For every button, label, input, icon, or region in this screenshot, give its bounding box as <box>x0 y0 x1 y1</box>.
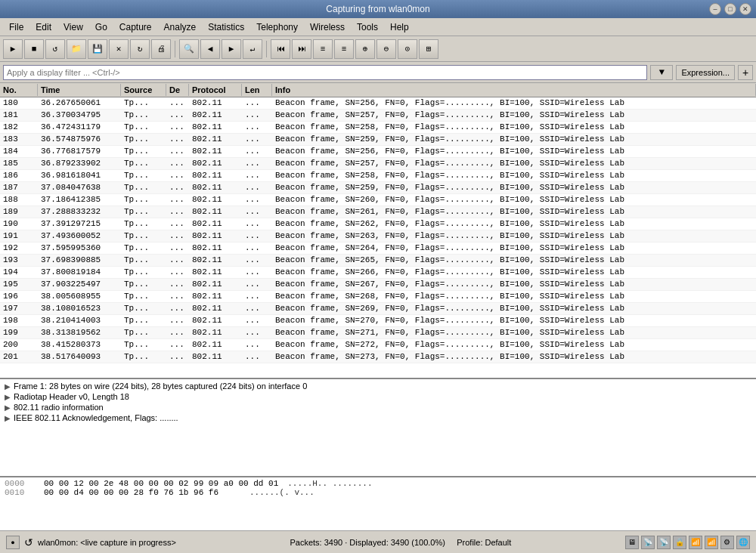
table-row[interactable]: 20138.517640093Tp......802.11...Beacon f… <box>0 351 756 363</box>
zoom-out-toolbar-btn[interactable]: ⊖ <box>376 39 396 59</box>
table-row[interactable]: 18336.574875976Tp......802.11...Beacon f… <box>0 134 756 146</box>
hex-panel: 000000 00 12 00 2e 48 00 00 00 02 99 09 … <box>0 477 756 530</box>
table-row[interactable]: 19337.698390885Tp......802.11...Beacon f… <box>0 255 756 267</box>
detail-item[interactable]: ▶IEEE 802.11 Acknowledgement, Flags: ...… <box>0 412 756 423</box>
table-row[interactable]: 18837.186412385Tp......802.11...Beacon f… <box>0 194 756 206</box>
menu-item-telephony[interactable]: Telephony <box>250 20 304 34</box>
filter-input[interactable] <box>3 65 647 80</box>
menu-item-help[interactable]: Help <box>384 20 415 34</box>
packet-cell-6: Beacon frame, SN=273, FN=0, Flags=......… <box>272 351 756 363</box>
packet-cell-3: ... <box>166 206 189 218</box>
last-toolbar-btn[interactable]: ⏭ <box>292 39 311 59</box>
packet-cell-4: 802.11 <box>189 110 242 121</box>
table-row[interactable]: 18937.288833232Tp......802.11...Beacon f… <box>0 206 756 218</box>
status-icon-1: 🖥 <box>625 536 639 549</box>
filter-dropdown[interactable]: ▼ <box>650 65 673 80</box>
packet-cell-4: 802.11 <box>189 122 242 133</box>
capture-status: wlan0mon: <live capture in progress> <box>38 538 176 547</box>
col-protocol: Protocol <box>189 84 242 96</box>
find-toolbar-btn[interactable]: 🔍 <box>179 39 199 59</box>
packet-cell-2: Tp... <box>121 134 166 145</box>
menu-item-capture[interactable]: Capture <box>113 20 158 34</box>
close-button[interactable]: ✕ <box>739 3 751 15</box>
packet-cell-1: 37.493600052 <box>38 230 121 242</box>
expression-button[interactable]: Expression... <box>676 65 735 80</box>
detail-item[interactable]: ▶802.11 radio information <box>0 402 756 412</box>
packet-cell-0: 191 <box>0 230 38 242</box>
table-row[interactable]: 18136.370034795Tp......802.11...Beacon f… <box>0 110 756 122</box>
window-controls: – □ ✕ <box>709 3 751 15</box>
open-toolbar-btn[interactable]: 📁 <box>67 39 86 59</box>
menu-item-analyze[interactable]: Analyze <box>158 20 203 34</box>
save-toolbar-btn[interactable]: 💾 <box>88 39 107 59</box>
menu-item-edit[interactable]: Edit <box>29 20 57 34</box>
expand-arrow-icon: ▶ <box>5 403 11 412</box>
goto-toolbar-btn[interactable]: ↵ <box>243 39 262 59</box>
packet-cell-1: 36.472431179 <box>38 122 121 133</box>
hex-bytes: 00 00 d4 00 00 00 28 f0 76 1b 96 f6 <box>44 488 240 497</box>
forward-toolbar-btn[interactable]: ▶ <box>222 39 241 59</box>
menu-item-statistics[interactable]: Statistics <box>202 20 250 34</box>
first-toolbar-btn[interactable]: ⏮ <box>271 39 290 59</box>
table-row[interactable]: 19137.493600052Tp......802.11...Beacon f… <box>0 230 756 243</box>
table-row[interactable]: 18436.776817579Tp......802.11...Beacon f… <box>0 146 756 158</box>
table-row[interactable]: 18636.981618041Tp......802.11...Beacon f… <box>0 170 756 182</box>
reload-toolbar-btn[interactable]: ↻ <box>130 39 150 59</box>
menu-item-file[interactable]: File <box>3 20 29 34</box>
detail-item[interactable]: ▶Frame 1: 28 bytes on wire (224 bits), 2… <box>0 381 756 391</box>
minimize-button[interactable]: – <box>709 3 721 15</box>
table-row[interactable]: 18536.879233902Tp......802.11...Beacon f… <box>0 158 756 170</box>
status-stats: Packets: 3490 · Displayed: 3490 (100.0%)… <box>290 538 511 547</box>
table-row[interactable]: 19437.800819184Tp......802.11...Beacon f… <box>0 267 756 279</box>
print-toolbar-btn[interactable]: 🖨 <box>151 39 171 59</box>
app-title: Capturing from wlan0mon <box>326 4 429 14</box>
menu-item-go[interactable]: Go <box>89 20 113 34</box>
colorize-toolbar-btn[interactable]: ≡ <box>313 39 333 59</box>
packet-cell-2: Tp... <box>121 146 166 157</box>
packet-cell-0: 196 <box>0 291 38 302</box>
packet-cell-4: 802.11 <box>189 206 242 218</box>
table-row[interactable]: 18236.472431179Tp......802.11...Beacon f… <box>0 122 756 134</box>
detail-item[interactable]: ▶Radiotap Header v0, Length 18 <box>0 391 756 402</box>
stop-toolbar-btn[interactable]: ■ <box>24 39 44 59</box>
autoscroll-toolbar-btn[interactable]: ≡ <box>334 39 354 59</box>
start-toolbar-btn[interactable]: ▶ <box>3 39 23 59</box>
table-row[interactable]: 19838.210414003Tp......802.11...Beacon f… <box>0 315 756 327</box>
packet-cell-3: ... <box>166 351 189 363</box>
close-cap-toolbar-btn[interactable]: ✕ <box>109 39 129 59</box>
table-row[interactable]: 19237.595995360Tp......802.11...Beacon f… <box>0 243 756 255</box>
status-icon-5: 📶 <box>689 536 702 549</box>
col-no: No. <box>0 84 38 96</box>
menu-item-wireless[interactable]: Wireless <box>304 20 351 34</box>
table-row[interactable]: 19638.005608955Tp......802.11...Beacon f… <box>0 291 756 303</box>
col-time: Time <box>38 84 121 96</box>
status-bar: ● ↺ wlan0mon: <live capture in progress>… <box>0 530 756 553</box>
table-row[interactable]: 19537.903225497Tp......802.11...Beacon f… <box>0 279 756 291</box>
table-row[interactable]: 19738.108016523Tp......802.11...Beacon f… <box>0 303 756 315</box>
maximize-button[interactable]: □ <box>724 3 736 15</box>
packet-cell-1: 37.391297215 <box>38 218 121 230</box>
packet-cell-4: 802.11 <box>189 194 242 205</box>
table-row[interactable]: 20038.415280373Tp......802.11...Beacon f… <box>0 339 756 351</box>
restart-toolbar-btn[interactable]: ↺ <box>45 39 65 59</box>
packet-cell-2: Tp... <box>121 315 166 326</box>
table-row[interactable]: 18036.267650061Tp......802.11...Beacon f… <box>0 97 756 110</box>
packet-rows[interactable]: 18036.267650061Tp......802.11...Beacon f… <box>0 97 756 378</box>
packet-cell-3: ... <box>166 230 189 242</box>
packet-cell-3: ... <box>166 194 189 205</box>
packet-cell-3: ... <box>166 267 189 278</box>
toolbar: ▶■↺📁💾✕↻🖨🔍◀▶↵⏮⏭≡≡⊕⊖⊙⊞ <box>0 36 756 62</box>
back-toolbar-btn[interactable]: ◀ <box>200 39 220 59</box>
add-filter-button[interactable]: + <box>738 65 753 80</box>
zoom-100-toolbar-btn[interactable]: ⊙ <box>398 39 417 59</box>
status-icon-2: 📡 <box>641 536 655 549</box>
packet-cell-0: 188 <box>0 194 38 205</box>
menu-item-view[interactable]: View <box>57 20 89 34</box>
menu-item-tools[interactable]: Tools <box>351 20 384 34</box>
packet-cell-4: 802.11 <box>189 327 242 338</box>
table-row[interactable]: 19938.313819562Tp......802.11...Beacon f… <box>0 327 756 339</box>
table-row[interactable]: 18737.084047638Tp......802.11...Beacon f… <box>0 182 756 194</box>
zoom-in-toolbar-btn[interactable]: ⊕ <box>355 39 375 59</box>
table-row[interactable]: 19037.391297215Tp......802.11...Beacon f… <box>0 218 756 230</box>
resize-toolbar-btn[interactable]: ⊞ <box>419 39 438 59</box>
